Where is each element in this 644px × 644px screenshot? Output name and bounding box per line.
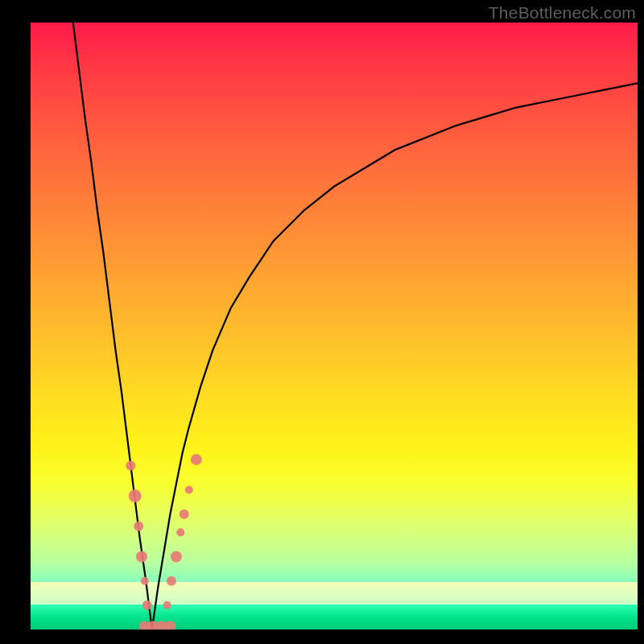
plot-area bbox=[31, 23, 638, 630]
data-marker bbox=[185, 486, 193, 494]
data-marker bbox=[180, 510, 189, 519]
chart-frame: TheBottleneck.com bbox=[0, 0, 644, 644]
data-marker bbox=[191, 454, 202, 465]
data-marker bbox=[176, 528, 184, 536]
data-marker bbox=[134, 522, 143, 531]
data-marker bbox=[164, 621, 175, 630]
bottleneck-curve bbox=[73, 23, 638, 630]
data-marker bbox=[136, 551, 147, 563]
data-marker bbox=[126, 460, 135, 470]
watermark-text: TheBottleneck.com bbox=[489, 3, 636, 23]
plot-svg bbox=[31, 23, 638, 630]
data-marker bbox=[171, 551, 182, 563]
data-marker bbox=[142, 601, 152, 610]
data-marker bbox=[129, 489, 142, 502]
data-marker bbox=[141, 577, 149, 585]
data-marker bbox=[167, 576, 176, 586]
data-marker bbox=[163, 601, 171, 609]
